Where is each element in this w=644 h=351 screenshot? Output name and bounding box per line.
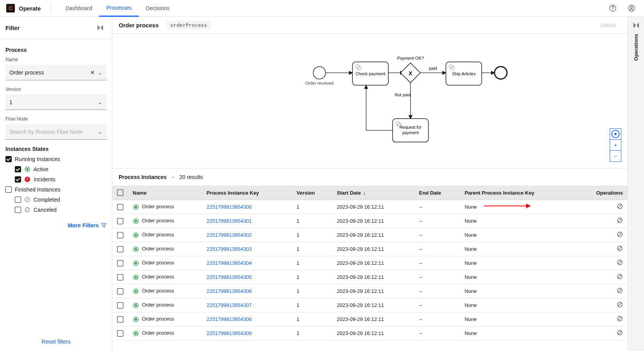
active-state-icon [24,166,30,172]
svg-rect-7 [27,178,28,180]
row-start: 2023-09-29 16:12:11 [332,298,415,312]
process-name-select[interactable]: Order process ✕ ⌄ [5,65,107,80]
instance-key-link[interactable]: 2251799813954304 [206,260,252,266]
cancel-instance-icon[interactable] [617,303,623,309]
finished-checkbox[interactable] [5,186,12,193]
row-checkbox[interactable] [117,246,123,252]
cancel-instance-icon[interactable] [617,233,623,239]
instance-key-link[interactable]: 2251799813954300 [206,204,252,210]
cancel-instance-icon[interactable] [617,275,623,281]
instance-key-link[interactable]: 2251799813954307 [206,302,252,308]
cancel-instance-icon[interactable] [617,205,623,211]
instance-key-link[interactable]: 2251799813954309 [206,330,252,336]
nav-processes[interactable]: Processes [99,0,139,17]
reset-filters-button[interactable]: Reset filters [0,332,112,351]
chevron-down-icon: ⌄ [98,129,103,135]
col-start[interactable]: Start Date↓ [332,186,415,200]
cancel-instance-icon[interactable] [617,317,623,323]
diagram-check-payment: Check payment [356,71,385,76]
row-checkbox[interactable] [117,288,123,294]
col-version[interactable]: Version [292,186,332,200]
row-checkbox[interactable] [117,218,123,224]
user-icon[interactable] [625,2,638,14]
clear-name-icon[interactable]: ✕ [90,69,95,76]
row-version: 1 [292,242,332,256]
cancel-instance-icon[interactable] [617,331,623,337]
svg-point-5 [26,168,28,170]
row-version: 1 [292,214,332,228]
cancel-instance-icon[interactable] [617,247,623,253]
row-start: 2023-09-29 16:12:11 [332,214,415,228]
nav-decisions[interactable]: Decisions [139,0,177,17]
table-title: Process Instances [119,174,167,180]
diagram-paid-label: paid [429,66,437,71]
svg-line-45 [618,233,621,236]
states-section-title: Instances States [5,146,107,152]
active-state-icon [133,218,139,224]
canceled-label: Canceled [34,207,57,213]
row-version: 1 [292,270,332,284]
row-checkbox[interactable] [117,302,123,308]
instance-key-link[interactable]: 2251799813954308 [206,316,252,322]
row-end: -- [415,228,460,242]
row-checkbox[interactable] [117,274,123,280]
col-name[interactable]: Name [128,186,202,200]
row-start: 2023-09-29 16:12:11 [332,270,415,284]
flownode-select[interactable]: Search by Process Flow Node ⌄ [5,124,107,140]
name-label: Name [5,57,107,62]
completed-state-icon [24,197,30,203]
instance-key-link[interactable]: 2251799813954301 [206,218,252,224]
col-parent[interactable]: Parent Process Instance Key [460,186,575,200]
active-state-icon [133,274,139,280]
collapse-sidebar-icon[interactable] [94,21,107,34]
row-checkbox[interactable] [117,316,123,323]
active-checkbox[interactable] [15,166,21,172]
zoom-in-icon[interactable]: + [610,140,621,151]
svg-text:Request for: Request for [399,125,422,129]
row-start: 2023-09-29 16:12:11 [332,326,415,340]
svg-point-39 [135,220,137,222]
col-end[interactable]: End Date [415,186,460,200]
col-key[interactable]: Process Instance Key [202,186,292,200]
row-end: -- [415,214,460,228]
operations-label: Operations [633,34,639,61]
bpmn-diagram[interactable]: Order received Check payment X Payment O… [112,34,628,168]
row-checkbox[interactable] [117,232,123,238]
completed-checkbox[interactable] [15,197,21,203]
active-state-icon [133,260,139,266]
zoom-out-icon[interactable]: − [610,151,621,161]
instance-key-link[interactable]: 2251799813954306 [206,288,252,294]
table-row: Order process225179981395430912023-09-29… [112,326,628,340]
svg-point-12 [313,67,326,79]
version-value: 1 [9,99,98,105]
cancel-instance-icon[interactable] [617,289,623,295]
help-icon[interactable] [607,2,619,14]
nav-dashboard[interactable]: Dashboard [59,0,100,17]
diagram-gateway-label: Payment OK? [397,56,424,60]
row-checkbox[interactable] [117,330,123,337]
more-filters-button[interactable]: More Filters [5,222,107,229]
expand-panel-icon[interactable] [633,22,639,28]
running-checkbox[interactable] [5,156,12,162]
row-start: 2023-09-29 16:12:11 [332,200,415,214]
cancel-instance-icon[interactable] [617,261,623,267]
canceled-checkbox[interactable] [15,207,21,213]
instance-key-link[interactable]: 2251799813954305 [206,274,252,280]
incidents-checkbox[interactable] [15,176,21,183]
canceled-state-icon [24,207,30,213]
table-row: Order process225179981395430212023-09-29… [112,228,628,242]
zoom-reset-icon[interactable] [610,129,621,140]
row-checkbox[interactable] [117,204,123,210]
svg-line-65 [618,303,621,306]
operations-panel[interactable]: Operations [628,17,644,351]
select-all-checkbox[interactable] [117,190,123,196]
instance-key-link[interactable]: 2251799813954302 [206,232,252,238]
version-select[interactable]: 1 ⌄ [5,94,107,110]
row-checkbox[interactable] [117,260,123,266]
instance-key-link[interactable]: 2251799813954303 [206,246,252,252]
cancel-instance-icon[interactable] [617,219,623,225]
row-start: 2023-09-29 16:12:11 [332,312,415,326]
svg-point-47 [135,248,137,250]
svg-line-49 [618,247,621,250]
row-version: 1 [292,298,332,312]
